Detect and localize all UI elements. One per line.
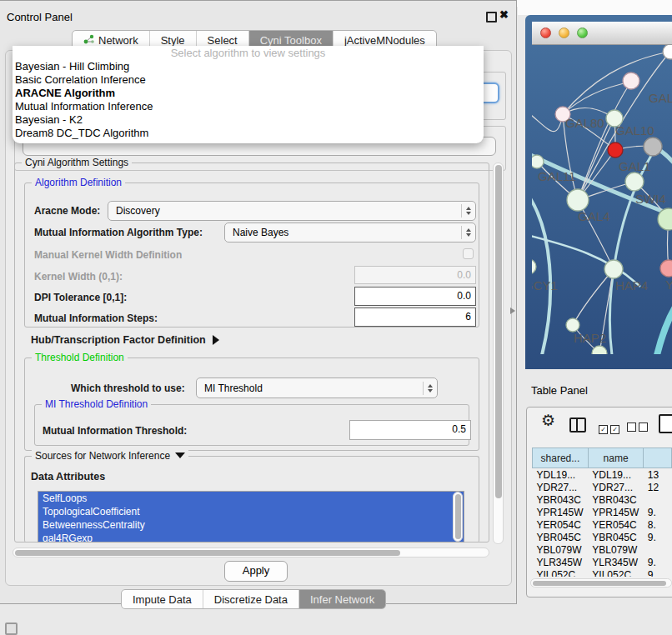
close-icon[interactable]: ✖ bbox=[499, 8, 509, 21]
float-window-icon[interactable] bbox=[486, 12, 497, 22]
mi-algorithm-type-value: Naive Bayes bbox=[225, 227, 461, 238]
table-cell: YDL19... bbox=[588, 468, 644, 482]
node-label: GAL7 bbox=[649, 91, 672, 105]
mi-steps-field[interactable]: 6 bbox=[354, 308, 476, 327]
table-cell bbox=[644, 493, 672, 506]
apply-button[interactable]: Apply bbox=[224, 561, 288, 582]
network-node[interactable] bbox=[644, 138, 662, 156]
tab-impute-data[interactable]: Impute Data bbox=[122, 590, 203, 608]
splitter-arrow-icon[interactable] bbox=[510, 308, 515, 314]
table-row[interactable]: YBR045CYBR045C9. bbox=[533, 531, 672, 543]
dpi-tolerance-label: DPI Tolerance [0,1]: bbox=[34, 292, 127, 303]
deselect-all-icon[interactable] bbox=[627, 420, 650, 435]
network-node[interactable] bbox=[663, 45, 672, 59]
network-node[interactable] bbox=[660, 260, 672, 277]
network-node[interactable] bbox=[567, 189, 589, 211]
select-all-icon[interactable]: ✓✓ bbox=[599, 420, 622, 435]
data-attribute-item[interactable]: BetweennessCentrality bbox=[38, 518, 464, 532]
data-attribute-item[interactable]: TopologicalCoefficient bbox=[38, 505, 464, 518]
which-threshold-combo[interactable]: MI Threshold bbox=[196, 378, 438, 398]
algorithm-dropdown-prompt: Select algorithm to view settings bbox=[13, 46, 484, 60]
table-cell: YIL052C bbox=[588, 568, 644, 577]
network-icon bbox=[83, 34, 94, 47]
network-node[interactable] bbox=[623, 72, 639, 89]
table-header-row[interactable]: shared...name bbox=[533, 448, 672, 468]
data-attribute-item[interactable]: gal4RGexp bbox=[38, 532, 464, 542]
table-row[interactable]: YLR345WYLR345W9. bbox=[533, 556, 672, 568]
tab-infer-network-label: Infer Network bbox=[310, 593, 374, 606]
algorithm-option[interactable]: Bayesian - K2 bbox=[13, 113, 484, 127]
network-node[interactable] bbox=[566, 318, 579, 332]
tab-infer-network[interactable]: Infer Network bbox=[298, 590, 385, 608]
network-node[interactable] bbox=[592, 346, 607, 354]
data-attribute-item[interactable]: SelfLoops bbox=[38, 492, 464, 505]
expander-arrow-icon bbox=[213, 335, 219, 345]
algorithm-definition-title: Algorithm Definition bbox=[32, 177, 125, 188]
aracne-mode-value: Discovery bbox=[108, 205, 461, 217]
table-cell: YPR145W bbox=[588, 506, 644, 518]
algorithm-option[interactable]: Bayesian - Hill Climbing bbox=[13, 60, 484, 73]
tab-jactivemnodules-label: jActiveMNodules bbox=[344, 34, 425, 47]
manual-kernel-width-checkbox[interactable] bbox=[463, 248, 474, 259]
mac-minimize-icon[interactable] bbox=[559, 28, 569, 38]
network-window-titlebar[interactable] bbox=[532, 22, 672, 45]
table-row[interactable]: YIL052CYIL052C9. bbox=[533, 568, 672, 577]
tab-cyni-toolbox-label: Cyni Toolbox bbox=[260, 34, 322, 47]
gear-icon[interactable]: ⚙ bbox=[541, 411, 555, 430]
table-row[interactable]: YBR043CYBR043C bbox=[533, 493, 672, 506]
table-cell: YDR27... bbox=[588, 481, 644, 493]
network-node[interactable] bbox=[532, 259, 536, 274]
node-label: GAL80 bbox=[565, 116, 604, 130]
settings-group-title: Cyni Algorithm Settings bbox=[22, 157, 132, 168]
network-node[interactable] bbox=[532, 155, 544, 168]
table-row[interactable]: YPR145WYPR145W9. bbox=[533, 506, 672, 518]
algorithm-option[interactable]: Basic Correlation Inference bbox=[13, 73, 484, 87]
column-header[interactable]: shared... bbox=[533, 448, 589, 468]
sources-group-title: Sources for Network Inference bbox=[32, 450, 188, 462]
hub-factor-label: Hub/Transcription Factor Definition bbox=[31, 334, 206, 346]
mi-algorithm-type-combo[interactable]: Naive Bayes bbox=[224, 222, 476, 242]
table-horizontal-scrollbar[interactable] bbox=[530, 578, 672, 588]
mi-threshold-field[interactable]: 0.5 bbox=[349, 420, 471, 440]
table-cell: 12 bbox=[644, 481, 672, 493]
mi-threshold-label: Mutual Information Threshold: bbox=[43, 425, 187, 437]
data-attributes-list[interactable]: SelfLoopsTopologicalCoefficientBetweenne… bbox=[38, 491, 464, 542]
top-right-strip bbox=[518, 0, 672, 15]
control-panel-title: Control Panel bbox=[7, 11, 73, 23]
table-row[interactable]: YBL079WYBL079W bbox=[533, 543, 672, 556]
document-icon[interactable] bbox=[659, 414, 672, 433]
algorithm-option[interactable]: Mutual Information Inference bbox=[13, 100, 484, 113]
tab-discretize-data[interactable]: Discretize Data bbox=[203, 590, 298, 608]
mac-zoom-icon[interactable] bbox=[577, 28, 588, 38]
network-node[interactable] bbox=[625, 172, 644, 191]
attribute-list-scrollbar[interactable] bbox=[453, 492, 463, 542]
tab-network-label: Network bbox=[98, 34, 138, 47]
tab-select-label: Select bbox=[208, 34, 238, 47]
docked-panel-icon[interactable] bbox=[5, 622, 18, 635]
hub-factor-expander[interactable]: Hub/Transcription Factor Definition bbox=[31, 334, 219, 346]
network-node[interactable] bbox=[608, 142, 623, 158]
columns-icon[interactable] bbox=[569, 418, 586, 432]
table-row[interactable]: YER054CYER054C8. bbox=[533, 518, 672, 531]
settings-vertical-scrollbar[interactable] bbox=[493, 162, 504, 544]
table-cell: YBR045C bbox=[533, 531, 589, 543]
settings-horizontal-scrollbar[interactable] bbox=[13, 548, 489, 558]
table-cell: 9. bbox=[644, 568, 672, 577]
column-header[interactable]: name bbox=[588, 448, 644, 468]
algorithm-option[interactable]: ARACNE Algorithm bbox=[13, 87, 484, 100]
table-cell: YLR345W bbox=[588, 556, 644, 568]
dpi-tolerance-field[interactable]: 0.0 bbox=[354, 287, 476, 306]
kernel-width-field[interactable]: 0.0 bbox=[354, 266, 476, 284]
table-cell: YDR27... bbox=[533, 481, 589, 493]
collapse-arrow-icon[interactable] bbox=[175, 452, 185, 458]
mac-close-icon[interactable] bbox=[540, 28, 551, 38]
table-row[interactable]: YDL19...YDL19...13 bbox=[533, 468, 672, 482]
network-node[interactable] bbox=[604, 260, 623, 278]
table-row[interactable]: YDR27...YDR27...12 bbox=[533, 481, 672, 493]
algorithm-option[interactable]: Dream8 DC_TDC Algorithm bbox=[13, 127, 484, 140]
table-cell: 13 bbox=[644, 468, 672, 482]
network-canvas[interactable]: GAL7GAL80GAL10GAL1GAL11SWI4GAL4HAP4GCY1Y… bbox=[532, 45, 672, 354]
column-header[interactable] bbox=[644, 448, 672, 468]
aracne-mode-combo[interactable]: Discovery bbox=[108, 201, 476, 221]
combo-arrows-icon bbox=[423, 382, 437, 395]
